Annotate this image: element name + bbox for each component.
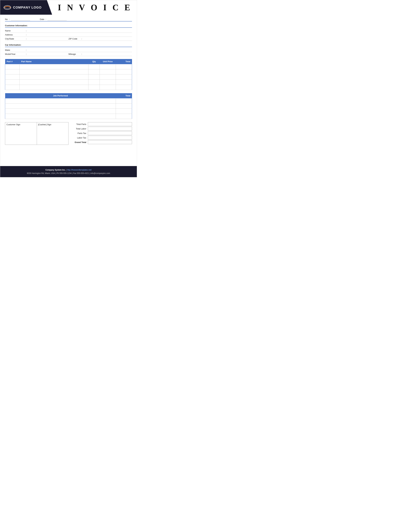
part-unit-price-5[interactable] <box>100 85 116 90</box>
part-num-3[interactable] <box>5 75 20 80</box>
customer-zip-colon: : <box>81 38 82 40</box>
col-part-name: Part Name <box>20 59 88 64</box>
part-name-4[interactable] <box>20 80 88 85</box>
customer-name-value[interactable] <box>28 29 132 32</box>
customer-city-group: City/State : <box>5 38 68 40</box>
grand-total-row: Grand Total <box>72 140 132 144</box>
customer-city-zip-row: City/State : ZIP Code : <box>5 37 132 41</box>
part-qty-3[interactable] <box>88 75 100 80</box>
car-info-title: Car Information: <box>5 44 132 47</box>
labor-tax-value[interactable] <box>88 136 132 140</box>
totals-box: Total Parts Total Labor Parts Tax Labor … <box>72 122 132 145</box>
part-name-1[interactable] <box>20 64 88 69</box>
customer-address-row: Address : <box>5 33 132 37</box>
customer-city-label: City/State <box>5 38 26 40</box>
date-colon: : <box>46 18 46 20</box>
customer-name-label: Name <box>5 29 26 32</box>
job-desc-3[interactable] <box>5 109 116 114</box>
customer-name-colon: : <box>26 29 27 32</box>
job-total-2[interactable] <box>116 104 132 109</box>
part-total-5[interactable] <box>116 85 132 90</box>
page-footer: Company System Inc. | http://freewordtem… <box>0 166 137 177</box>
customer-address-colon: : <box>26 34 27 36</box>
job-row-4 <box>5 114 132 119</box>
parts-row-5 <box>5 85 132 90</box>
part-name-2[interactable] <box>20 69 88 75</box>
cashier-sign-box[interactable]: [Cashier] Sign <box>37 122 69 145</box>
car-mileage-value[interactable] <box>84 53 132 55</box>
car-info-section: Car Information: Make : Model/Year : Mil… <box>5 44 132 56</box>
col-unit-price: Unit Price <box>100 59 116 64</box>
job-row-2 <box>5 104 132 109</box>
part-total-3[interactable] <box>116 75 132 80</box>
car-model-value[interactable] <box>28 53 68 55</box>
part-name-3[interactable] <box>20 75 88 80</box>
car-model-label: Model/Year <box>5 53 26 55</box>
car-model-mileage-row: Model/Year : Mileage : <box>5 52 132 56</box>
car-mileage-colon: : <box>81 53 82 55</box>
part-qty-1[interactable] <box>88 64 100 69</box>
part-total-1[interactable] <box>116 64 132 69</box>
customer-address-value[interactable] <box>28 33 132 36</box>
customer-zip-label: ZIP Code <box>68 38 81 40</box>
svg-point-0 <box>4 6 11 10</box>
logo-text: COMPANY LOGO <box>13 6 42 9</box>
col-job-total: Total <box>116 93 132 98</box>
parts-row-1 <box>5 64 132 69</box>
car-make-colon: : <box>26 49 27 51</box>
job-total-4[interactable] <box>116 114 132 119</box>
job-total-3[interactable] <box>116 109 132 114</box>
job-desc-4[interactable] <box>5 114 116 119</box>
grand-total-value[interactable] <box>88 140 132 144</box>
part-total-2[interactable] <box>116 69 132 75</box>
no-label: No <box>5 18 8 20</box>
part-qty-4[interactable] <box>88 80 100 85</box>
labor-tax-label: Labor Tax <box>72 137 88 139</box>
part-qty-5[interactable] <box>88 85 100 90</box>
total-parts-label: Total Parts <box>72 123 88 125</box>
part-unit-price-1[interactable] <box>100 64 116 69</box>
customer-sign-label: Customer Sign <box>6 123 20 126</box>
job-desc-2[interactable] <box>5 104 116 109</box>
customer-zip-value[interactable] <box>84 38 132 40</box>
job-row-3 <box>5 109 132 114</box>
page-header: COMPANY LOGO I N V O I C E <box>0 0 137 15</box>
part-num-5[interactable] <box>5 85 20 90</box>
part-unit-price-4[interactable] <box>100 80 116 85</box>
parts-tax-label: Parts Tax <box>72 132 88 134</box>
car-mileage-label: Mileage <box>68 53 81 55</box>
total-parts-value[interactable] <box>88 122 132 126</box>
car-make-value[interactable] <box>28 49 132 51</box>
job-row-1 <box>5 98 132 104</box>
col-qty: Qty <box>88 59 100 64</box>
date-value[interactable] <box>47 18 67 20</box>
no-value[interactable] <box>11 18 30 20</box>
col-part-num: Part # <box>5 59 20 64</box>
customer-info-section: Customer Information: Name : Address : C… <box>5 24 132 41</box>
job-total-1[interactable] <box>116 98 132 104</box>
footer-website[interactable]: http://freewordtemplates.net/ <box>67 169 92 171</box>
part-qty-2[interactable] <box>88 69 100 75</box>
date-label: Date <box>40 18 44 20</box>
parts-tax-value[interactable] <box>88 131 132 135</box>
job-table: Job Performed Total <box>5 93 132 119</box>
invoice-date-group: Date : <box>40 18 67 20</box>
part-num-1[interactable] <box>5 64 20 69</box>
footer-line-2: 8030 Harrington Rd, Miami, USA | Ph 555-… <box>3 172 134 175</box>
job-desc-1[interactable] <box>5 98 116 104</box>
part-unit-price-3[interactable] <box>100 75 116 80</box>
customer-city-value[interactable] <box>28 38 68 40</box>
parts-row-4 <box>5 80 132 85</box>
grand-total-label: Grand Total <box>72 141 88 143</box>
total-labor-value[interactable] <box>88 127 132 131</box>
total-labor-label: Total Labor <box>72 127 88 130</box>
parts-row-3 <box>5 75 132 80</box>
part-total-4[interactable] <box>116 80 132 85</box>
customer-sign-box[interactable]: Customer Sign <box>5 122 37 145</box>
logo-area: COMPANY LOGO <box>0 0 52 15</box>
logo-icon <box>3 5 11 10</box>
part-unit-price-2[interactable] <box>100 69 116 75</box>
part-name-5[interactable] <box>20 85 88 90</box>
part-num-4[interactable] <box>5 80 20 85</box>
part-num-2[interactable] <box>5 69 20 75</box>
